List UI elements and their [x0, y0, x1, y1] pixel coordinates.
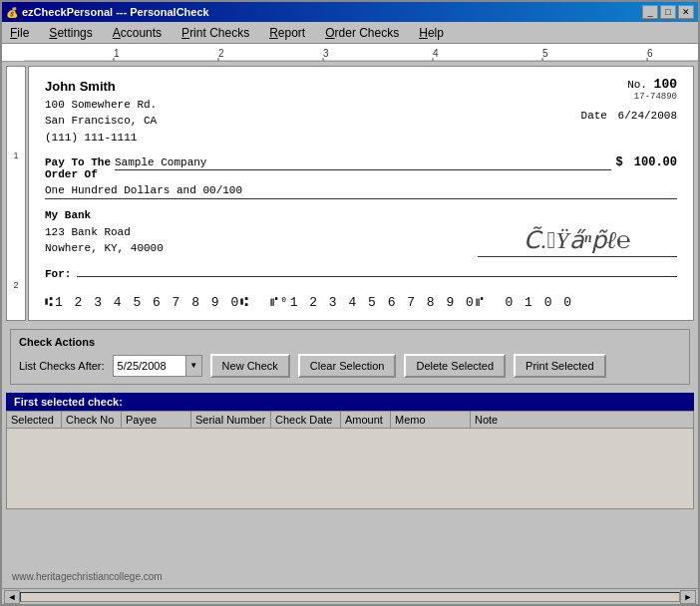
- date-input[interactable]: [114, 356, 185, 376]
- svg-text:4: 4: [433, 48, 439, 59]
- signature-text: C̃.ͦŸa̋ⁿp̃ℓ℮: [524, 226, 630, 254]
- title-bar: 💰 ezCheckPersonal --- PersonalCheck _ □ …: [2, 2, 698, 22]
- title-bar-title: 💰 ezCheckPersonal --- PersonalCheck: [6, 6, 209, 18]
- check-number-area: No. 100 17-74890 Date 6/24/2008: [581, 77, 677, 146]
- menu-settings[interactable]: Settings: [45, 25, 96, 41]
- pay-to-area: Pay To The Order Of Sample Company $ 100…: [45, 155, 677, 199]
- col-memo: Memo: [391, 412, 471, 428]
- main-area: 1 2 John Smith 100 Somewhere Rd. San Fra…: [2, 62, 698, 321]
- col-check-date: Check Date: [271, 412, 341, 428]
- website: www.heritagechristiancollege.com: [12, 571, 163, 582]
- col-amount: Amount: [341, 412, 391, 428]
- scrollbar[interactable]: ◄ ►: [2, 588, 698, 604]
- left-ruler: 1 2: [6, 66, 26, 321]
- sender-phone: (111) 111-1111: [45, 132, 137, 144]
- ruler: 1 2 3 4 5 6: [2, 44, 698, 62]
- clear-selection-button[interactable]: Clear Selection: [298, 354, 397, 378]
- svg-text:1: 1: [114, 48, 120, 59]
- title-bar-controls: _ □ ✕: [642, 5, 694, 19]
- col-note: Note: [471, 412, 693, 428]
- sender-name: John Smith: [45, 79, 116, 94]
- check-actions-title: Check Actions: [19, 336, 681, 348]
- svg-text:3: 3: [323, 48, 329, 59]
- first-selected-header: First selected check:: [6, 393, 694, 411]
- svg-text:5: 5: [542, 48, 548, 59]
- col-payee: Payee: [122, 412, 191, 428]
- actions-row: List Checks After: ▼ New Check Clear Sel…: [19, 354, 681, 378]
- micr-line: ⑆1 2 3 4 5 6 7 8 9 0⑆ ⑈⁰1 2 3 4 5 6 7 8 …: [45, 294, 677, 310]
- check-actions-wrapper: Check Actions List Checks After: ▼ New C…: [2, 321, 698, 393]
- for-line: For:: [45, 265, 677, 280]
- menu-help[interactable]: Help: [415, 25, 448, 41]
- menu-bar: File Settings Accounts Print Checks Repo…: [2, 22, 698, 44]
- date-label: Date: [581, 110, 607, 122]
- footer: www.heritagechristiancollege.com: [12, 571, 163, 582]
- minimize-button[interactable]: _: [642, 5, 658, 19]
- amount-words: One Hundred Dollars and 00/100: [45, 184, 677, 199]
- bank-area: My Bank 123 Bank Road Nowhere, KY, 40000…: [45, 207, 677, 257]
- micr-text: ⑆1 2 3 4 5 6 7 8 9 0⑆ ⑈⁰1 2 3 4 5 6 7 8 …: [45, 295, 573, 310]
- check-table: Selected Check No Payee Serial Number Ch…: [6, 411, 694, 509]
- close-button[interactable]: ✕: [678, 5, 694, 19]
- check-actions: Check Actions List Checks After: ▼ New C…: [10, 329, 690, 385]
- table-header: Selected Check No Payee Serial Number Ch…: [7, 412, 693, 429]
- check-date: 6/24/2008: [618, 110, 677, 122]
- sender-city-state: San Francisco, CA: [45, 115, 157, 127]
- svg-text:6: 6: [647, 48, 653, 59]
- bank-address: 123 Bank Road: [45, 226, 131, 238]
- menu-accounts[interactable]: Accounts: [109, 25, 166, 41]
- date-dropdown-button[interactable]: ▼: [185, 356, 201, 376]
- sender-address1: 100 Somewhere Rd.: [45, 99, 157, 111]
- new-check-button[interactable]: New Check: [210, 354, 290, 378]
- check-account: 17-74890: [581, 92, 677, 102]
- app-window: 💰 ezCheckPersonal --- PersonalCheck _ □ …: [0, 0, 700, 606]
- print-selected-button[interactable]: Print Selected: [514, 354, 605, 378]
- pay-to-label: Pay To The Order Of: [45, 156, 111, 180]
- ruler-svg: 1 2 3 4 5 6: [24, 44, 698, 62]
- app-icon: 💰: [6, 7, 18, 18]
- signature: C̃.ͦŸa̋ⁿp̃ℓ℮: [478, 227, 677, 257]
- menu-print-checks[interactable]: Print Checks: [177, 25, 253, 41]
- check-area: John Smith 100 Somewhere Rd. San Francis…: [28, 66, 694, 321]
- window-title: ezCheckPersonal --- PersonalCheck: [22, 6, 209, 18]
- check-sender: John Smith 100 Somewhere Rd. San Francis…: [45, 77, 157, 146]
- check-number: 100: [654, 77, 677, 92]
- scroll-left-button[interactable]: ◄: [4, 590, 20, 604]
- payee-line: Sample Company: [115, 156, 611, 170]
- pay-to-line: Pay To The Order Of Sample Company $ 100…: [45, 155, 677, 180]
- col-check-no: Check No: [62, 412, 122, 428]
- for-label: For:: [45, 268, 71, 280]
- menu-report[interactable]: Report: [265, 25, 309, 41]
- scroll-right-button[interactable]: ►: [680, 590, 696, 604]
- signature-area: C̃.ͦŸa̋ⁿp̃ℓ℮: [478, 207, 677, 257]
- check-header: John Smith 100 Somewhere Rd. San Francis…: [45, 77, 677, 146]
- date-input-wrapper[interactable]: ▼: [113, 355, 202, 377]
- delete-selected-button[interactable]: Delete Selected: [404, 354, 506, 378]
- dollar-amount: $ 100.00: [615, 155, 677, 169]
- check-no-label: No.: [627, 79, 647, 91]
- bank-name: My Bank: [45, 209, 91, 221]
- list-checks-after-label: List Checks After:: [19, 360, 105, 372]
- bank-info: My Bank 123 Bank Road Nowhere, KY, 40000: [45, 207, 164, 257]
- table-body: [7, 429, 693, 508]
- bank-city-state: Nowhere, KY, 40000: [45, 242, 164, 254]
- svg-text:2: 2: [218, 48, 224, 59]
- check-date-line: Date 6/24/2008: [581, 110, 677, 122]
- for-underline: [77, 265, 677, 277]
- col-serial: Serial Number: [191, 412, 271, 428]
- col-selected: Selected: [7, 412, 62, 428]
- scrollbar-track[interactable]: [20, 592, 680, 602]
- maximize-button[interactable]: □: [660, 5, 676, 19]
- check-amount: 100.00: [634, 155, 677, 169]
- menu-order-checks[interactable]: Order Checks: [321, 25, 403, 41]
- menu-file[interactable]: File: [6, 25, 33, 41]
